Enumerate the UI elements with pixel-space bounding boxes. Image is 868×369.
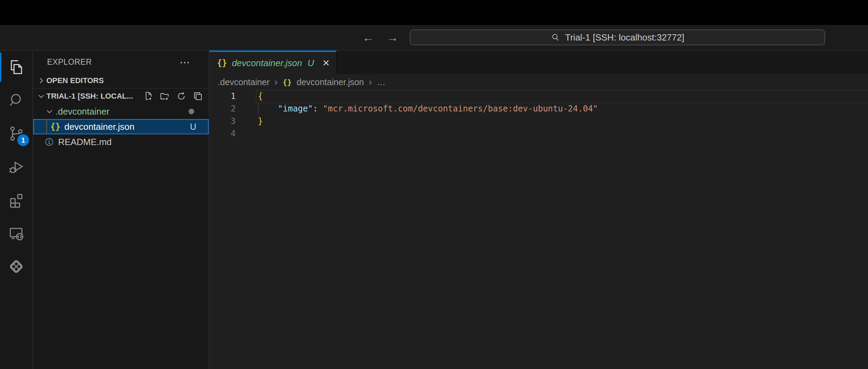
folder-label: .devcontainer: [55, 106, 109, 117]
sidebar-title: EXPLORER: [47, 57, 92, 67]
line-number: 3: [209, 115, 258, 127]
remote-explorer-icon: [7, 224, 25, 242]
refresh-button[interactable]: [175, 90, 188, 103]
code-line-3[interactable]: 3 }: [209, 115, 868, 127]
collapse-all-button[interactable]: [191, 90, 205, 103]
code-token: {: [258, 90, 263, 102]
workspace-label: TRIAL-1 [SSH: LOCAL...: [46, 92, 133, 101]
breadcrumb-folder[interactable]: .devcontainer: [218, 77, 270, 87]
tree-item-devcontainer-json[interactable]: {} devcontainer.json U: [33, 119, 209, 134]
window-title: Trial-1 [SSH: localhost:32772]: [565, 32, 684, 43]
extensions-icon: [7, 191, 25, 209]
new-file-button[interactable]: [142, 90, 155, 103]
activity-source-control[interactable]: 1: [0, 117, 33, 150]
files-icon: [7, 58, 25, 76]
activity-search[interactable]: [0, 84, 33, 117]
sidebar-more-button[interactable]: ⋯: [180, 56, 191, 68]
activity-remote-explorer[interactable]: [0, 217, 33, 250]
activity-bar: 1: [0, 51, 33, 369]
tab-bar: {} devcontainer.json U ✕: [209, 51, 868, 74]
code-editor[interactable]: 1 { 2 "image": "mcr.microsoft.com/devcon…: [209, 90, 868, 140]
git-modified-dot: [189, 109, 194, 114]
tab-label: devcontainer.json: [232, 58, 302, 69]
search-icon: [551, 33, 560, 42]
json-file-icon: {}: [49, 122, 62, 132]
chevron-down-icon: [36, 92, 46, 101]
activity-explorer[interactable]: [0, 51, 33, 84]
code-token: [318, 102, 323, 115]
tree-indent-guide: [46, 119, 47, 134]
line-number: 4: [209, 127, 258, 140]
line-number: 2: [209, 102, 258, 115]
workbench: 1: [0, 51, 868, 369]
code-token: [258, 102, 278, 115]
new-folder-button[interactable]: [158, 90, 171, 103]
search-icon: [7, 91, 25, 109]
menu-bar-strip: [0, 0, 868, 25]
git-untracked-badge: U: [190, 122, 196, 132]
workspace-section[interactable]: TRIAL-1 [SSH: LOCAL...: [33, 89, 209, 104]
code-token: "image": [278, 102, 313, 115]
command-center[interactable]: Trial-1 [SSH: localhost:32772]: [410, 29, 825, 45]
file-label: devcontainer.json: [64, 122, 134, 132]
tab-devcontainer-json[interactable]: {} devcontainer.json U ✕: [209, 51, 337, 74]
debug-icon: [7, 158, 25, 176]
activity-run-debug[interactable]: [0, 150, 33, 183]
chevron-down-icon: [44, 107, 55, 116]
info-file-icon: [43, 137, 55, 147]
code-token: "mcr.microsoft.com/devcontainers/base:de…: [323, 102, 598, 115]
chevron-right-icon: ›: [369, 76, 372, 88]
file-label: README.md: [58, 137, 112, 147]
explorer-sidebar: EXPLORER ⋯ OPEN EDITORS TRIAL-1 [SSH: LO…: [33, 51, 209, 369]
line-number: 1: [209, 90, 258, 102]
breadcrumb: .devcontainer › {} devcontainer.json › …: [209, 74, 868, 90]
code-line-4[interactable]: 4: [209, 127, 868, 140]
source-control-badge: 1: [17, 134, 29, 146]
chevron-right-icon: ›: [274, 76, 278, 88]
tree-item-readme[interactable]: README.md: [33, 134, 209, 150]
tab-untracked-badge: U: [308, 58, 314, 69]
code-token: :: [313, 102, 318, 115]
chevron-right-icon: [36, 76, 46, 85]
code-line-1[interactable]: 1 {: [209, 90, 868, 102]
activity-extensions[interactable]: [0, 183, 33, 217]
title-bar: ← → Trial-1 [SSH: localhost:32772]: [0, 25, 868, 51]
tree-item-devcontainer-folder[interactable]: .devcontainer: [33, 104, 209, 119]
open-editors-section[interactable]: OPEN EDITORS: [33, 73, 209, 89]
history-nav: ← →: [361, 25, 400, 50]
editor-group: {} devcontainer.json U ✕ .devcontainer ›…: [209, 51, 868, 369]
json-file-icon: {}: [217, 58, 227, 68]
back-button[interactable]: ←: [361, 30, 376, 45]
containers-icon: [7, 258, 25, 276]
json-file-icon: {}: [282, 78, 292, 87]
code-line-2[interactable]: 2 "image": "mcr.microsoft.com/devcontain…: [209, 102, 868, 115]
breadcrumb-file[interactable]: devcontainer.json: [297, 77, 364, 87]
close-icon[interactable]: ✕: [322, 58, 330, 69]
code-token: }: [258, 115, 263, 127]
open-editors-label: OPEN EDITORS: [46, 76, 104, 85]
breadcrumb-symbol[interactable]: …: [377, 77, 386, 87]
forward-button[interactable]: →: [385, 30, 400, 45]
activity-containers[interactable]: [0, 250, 33, 283]
